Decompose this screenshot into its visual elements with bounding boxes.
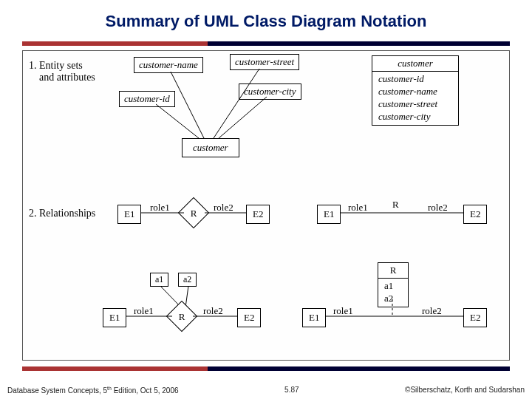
s2-uml-role1: role1 [348,202,368,214]
s3-assoc-attrs: a1 a2 [378,279,408,307]
svg-line-3 [219,97,267,138]
uml-class-attrs: customer-id customer-name customer-stree… [372,72,458,125]
entity-customer: customer [182,138,239,157]
uml-attr: customer-street [378,98,452,111]
s3-er-e2: E2 [237,308,261,327]
s3-er-a2: a2 [178,273,197,287]
s3-uml-e2: E2 [463,308,487,327]
uml-class-customer: customer customer-id customer-name custo… [372,55,459,126]
s3-er-rel: R [166,301,197,332]
s2-uml-e1: E1 [317,205,341,224]
s2-er-role1: role1 [150,202,170,214]
footer-left: Database System Concepts, 5th Edition, O… [7,386,179,395]
attr-customer-city: customer-city [239,83,301,100]
s2-uml-e2: E2 [463,205,487,224]
s2-er-e1: E1 [117,205,141,224]
s3-uml-role2: role2 [422,305,442,317]
section-2-label: 2. Relationships [29,208,95,219]
s3-uml-e1: E1 [302,308,326,327]
uml-attr: customer-city [378,111,452,123]
svg-line-0 [171,72,204,138]
top-rule [22,41,510,46]
footer: Database System Concepts, 5th Edition, O… [0,386,532,395]
section-1-label: 1. Entity sets and attributes [29,60,95,83]
uml-attr: customer-name [378,86,452,98]
s3-er-role1: role1 [134,305,154,317]
uml-attr: a1 [384,280,402,293]
s3-er-role2: role2 [203,305,223,317]
s2-er-e2: E2 [246,205,270,224]
bottom-rule [22,366,510,371]
page-title: Summary of UML Class Diagram Notation [0,0,532,38]
s2-er-rel: R [178,197,209,228]
attr-customer-name: customer-name [134,57,203,73]
s3-er-a1: a1 [150,273,168,287]
attr-customer-id: customer-id [119,91,175,107]
svg-line-1 [214,69,259,138]
footer-right: ©Silberschatz, Korth and Sudarshan [405,386,525,395]
diagram-frame: 1. Entity sets and attributes customer-n… [22,50,510,361]
attr-customer-street: customer-street [230,54,299,70]
s2-uml-r: R [392,199,399,211]
s2-er-role2: role2 [214,202,233,214]
svg-line-2 [156,104,199,138]
footer-center: 5.87 [284,386,299,395]
s3-er-e1: E1 [103,308,126,327]
s3-uml-role1: role1 [333,305,353,317]
uml-attr: a2 [384,293,402,305]
s3-uml-assoc-class: R a1 a2 [378,262,409,307]
s3-assoc-name: R [378,263,408,279]
uml-attr: customer-id [378,73,452,86]
s2-uml-role2: role2 [428,202,448,214]
uml-class-name: customer [372,56,458,72]
